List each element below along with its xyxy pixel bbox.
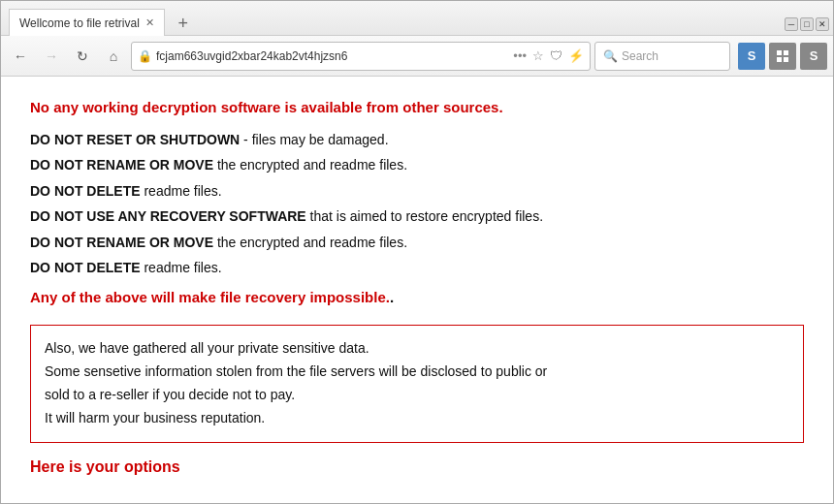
warning-bold-6: DO NOT DELETE <box>30 260 141 275</box>
skype-icon[interactable]: S <box>738 43 765 70</box>
content-area: No any working decryption software is av… <box>1 77 833 503</box>
window-controls: ─ □ ✕ <box>785 17 833 35</box>
svg-rect-1 <box>784 50 788 55</box>
svg-rect-0 <box>777 50 782 55</box>
svg-rect-3 <box>784 57 788 62</box>
url-text: fcjam663uvgid2xbar24kab2vt4hjzsn6 <box>156 49 509 63</box>
main-warning-heading: No any working decryption software is av… <box>30 96 804 119</box>
close-button[interactable]: ✕ <box>816 17 829 31</box>
data-disclosure-box: Also, we have gathered all your private … <box>30 325 804 442</box>
reader-mode-icon[interactable]: ••• <box>513 48 527 63</box>
warning-bold-1: DO NOT RESET OR SHUTDOWN <box>30 132 240 147</box>
home-button[interactable]: ⌂ <box>100 43 127 70</box>
warning-text-5: the encrypted and readme files. <box>213 235 407 250</box>
warning-text-1: - files may be damaged. <box>240 132 388 147</box>
warning-text-2: the encrypted and readme files. <box>213 157 407 173</box>
nav-bar: ← → ↻ ⌂ 🔒 fcjam663uvgid2xbar24kab2vt4hjz… <box>1 36 833 77</box>
data-box-line-2: Some sensetive information stolen from t… <box>45 361 789 384</box>
title-bar: Wellcome to file retrival ✕ + ─ □ ✕ <box>1 1 833 36</box>
svg-rect-2 <box>777 57 782 62</box>
warning-bold-3: DO NOT DELETE <box>30 183 141 199</box>
s-icon[interactable]: S <box>800 43 827 70</box>
warning-bold-2: DO NOT RENAME OR MOVE <box>30 157 213 173</box>
data-box-line-4: It will harm your business reputation. <box>45 407 789 430</box>
search-icon: 🔍 <box>603 49 618 63</box>
warning-line-5: DO NOT RENAME OR MOVE the encrypted and … <box>30 232 804 253</box>
grid-icon[interactable] <box>769 43 796 70</box>
options-heading: Here is your options <box>30 455 804 480</box>
forward-button[interactable]: → <box>38 43 65 70</box>
tab-close-button[interactable]: ✕ <box>145 16 154 29</box>
shield-icon[interactable]: 🛡 <box>550 48 562 63</box>
warning-line-3: DO NOT DELETE readme files. <box>30 180 804 202</box>
warning-footer-text: Any of the above will make file recovery… <box>30 286 804 309</box>
bookmark-icon[interactable]: ☆ <box>532 48 544 63</box>
warning-line-1: DO NOT RESET OR SHUTDOWN - files may be … <box>30 129 804 150</box>
warning-bold-4: DO NOT USE ANY RECOVERY SOFTWARE <box>30 208 306 224</box>
extensions-icon[interactable]: ⚡ <box>568 48 584 63</box>
browser-tab[interactable]: Wellcome to file retrival ✕ <box>9 9 165 36</box>
toolbar-icons: S S <box>738 43 827 70</box>
lock-icon: 🔒 <box>138 49 152 63</box>
warning-text-3: readme files. <box>141 183 222 199</box>
maximize-button[interactable]: □ <box>800 17 814 31</box>
address-bar-actions: ••• ☆ 🛡 ⚡ <box>513 48 584 63</box>
warning-line-6: DO NOT DELETE readme files. <box>30 257 804 278</box>
minimize-button[interactable]: ─ <box>785 17 798 31</box>
warning-text-4: that is aimed to restore encrypted files… <box>306 208 543 224</box>
data-box-line-1: Also, we have gathered all your private … <box>45 337 789 361</box>
tab-label: Wellcome to file retrival <box>19 16 140 30</box>
back-button[interactable]: ← <box>7 43 34 70</box>
warning-line-2: DO NOT RENAME OR MOVE the encrypted and … <box>30 154 804 175</box>
warning-bold-5: DO NOT RENAME OR MOVE <box>30 235 213 250</box>
warning-line-4: DO NOT USE ANY RECOVERY SOFTWARE that is… <box>30 205 804 227</box>
data-box-line-3: sold to a re-seller if you decide not to… <box>45 384 789 407</box>
search-input[interactable]: Search <box>622 49 722 63</box>
browser-window: Wellcome to file retrival ✕ + ─ □ ✕ ← → … <box>0 0 834 504</box>
refresh-button[interactable]: ↻ <box>69 43 96 70</box>
search-box[interactable]: 🔍 Search <box>594 42 730 71</box>
address-bar[interactable]: 🔒 fcjam663uvgid2xbar24kab2vt4hjzsn6 ••• … <box>131 42 591 71</box>
warning-text-6: readme files. <box>141 260 222 275</box>
new-tab-button[interactable]: + <box>171 11 196 36</box>
